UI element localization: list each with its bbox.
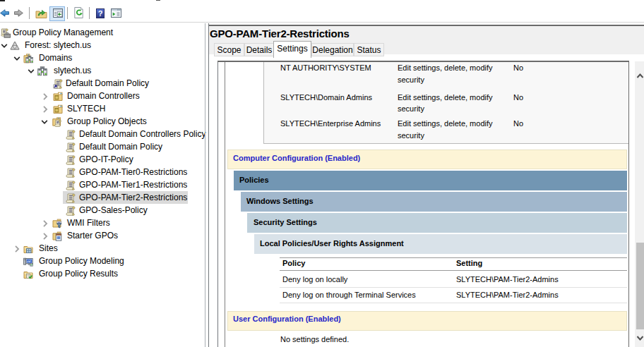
svg-text:?: ?	[98, 9, 103, 18]
